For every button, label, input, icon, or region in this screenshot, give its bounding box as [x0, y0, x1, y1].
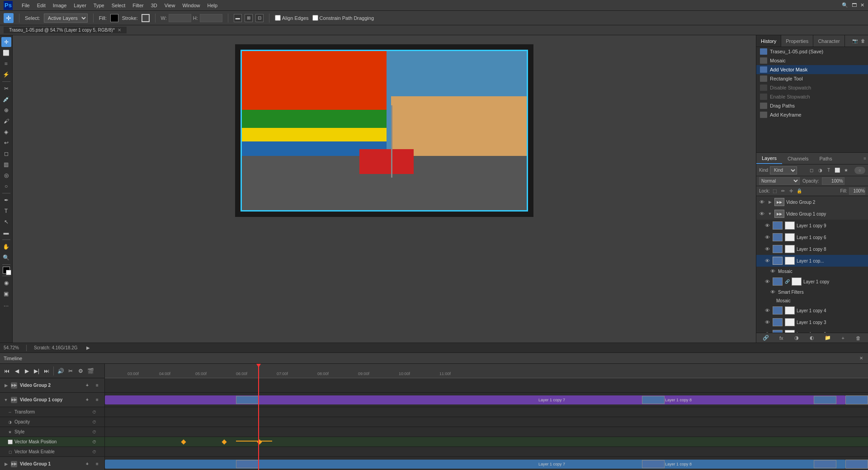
layer-vis-l1c4[interactable]: 👁 [764, 307, 771, 314]
layer-link-btn[interactable]: 🔗 [762, 334, 770, 342]
tool-quick-mask[interactable]: ◉ [1, 278, 11, 288]
kf-vmp-1[interactable] [181, 439, 186, 444]
tool-wand[interactable]: ⚡ [1, 70, 11, 80]
status-arrow-btn[interactable]: ▶ [85, 345, 91, 351]
tool-brush[interactable]: 🖌 [1, 116, 11, 126]
tool-blur[interactable]: ◎ [1, 170, 11, 180]
layer-mask-btn[interactable]: ◑ [793, 334, 801, 342]
layer-adjust-btn[interactable]: ◐ [808, 334, 816, 342]
layer-item-video-group-2[interactable]: 👁 ▶ ▶▶ Video Group 2 [756, 196, 868, 208]
panel-camera-icon[interactable]: 📷 [852, 38, 858, 44]
tl-btn-play[interactable]: ▶ [23, 367, 31, 375]
layer-expand-vg1c[interactable]: ▼ [767, 211, 773, 216]
history-item-3[interactable]: Rectangle Tool [756, 74, 868, 83]
layer-item-l1c6[interactable]: 👁 Layer 1 copy 6 [756, 231, 868, 243]
tool-gradient[interactable]: ▥ [1, 160, 11, 169]
tool-eraser[interactable]: ◻ [1, 149, 11, 159]
layer-item-l1c2[interactable]: 👁 Layer 1 copy 2 [756, 328, 868, 333]
panel-trash-icon[interactable]: 🗑 [860, 38, 866, 44]
track-row-vg1c[interactable]: Layer 1 copy 7 Layer 1 copy 8 [105, 393, 868, 407]
align-right-icon[interactable]: ⊡ [255, 14, 264, 22]
tool-move[interactable]: ✛ [1, 37, 11, 47]
lock-paint-icon[interactable]: ✏ [780, 188, 786, 194]
kf-vmp-2[interactable] [222, 439, 226, 444]
maximize-icon[interactable]: 🗖 [852, 2, 857, 8]
tl-stopwatch-style[interactable]: ⏱ [91, 429, 97, 435]
tool-hand[interactable]: ✋ [1, 242, 11, 252]
layer-vis-sf1[interactable]: 👁 [769, 288, 776, 296]
layer-group-btn[interactable]: 📁 [824, 334, 832, 342]
close-icon[interactable]: ✕ [860, 2, 864, 8]
document-tab[interactable]: Traseu_1-05.psd @ 54.7% (Layer 1 copy 5,… [4, 27, 127, 33]
lock-all-icon[interactable]: 🔒 [796, 188, 802, 194]
layer-fx-btn[interactable]: fx [777, 334, 785, 342]
fill-swatch[interactable] [110, 14, 118, 22]
menu-view[interactable]: View [165, 3, 175, 8]
layer-new-btn[interactable]: + [839, 334, 847, 342]
foreground-swatch[interactable] [3, 267, 10, 274]
filter-pixel-icon[interactable]: ◻ [808, 167, 815, 174]
tool-lasso[interactable]: ⌗ [1, 59, 11, 69]
constrain-checkbox-label[interactable]: Constrain Path Dragging [312, 15, 374, 21]
stroke-swatch[interactable] [142, 14, 150, 22]
tool-stamp[interactable]: ◈ [1, 127, 11, 137]
tl-btn-beginning[interactable]: ⏮ [3, 367, 11, 375]
tool-zoom[interactable]: 🔍 [1, 253, 11, 263]
tl-btn-render[interactable]: 🎬 [86, 367, 94, 375]
tl-options-vg2[interactable]: ≡ [94, 382, 101, 389]
tl-expand-vg1[interactable]: ▶ [4, 462, 8, 466]
layer-item-sf1[interactable]: 👁 Smart Filters [756, 287, 868, 296]
menu-image[interactable]: Image [53, 3, 67, 8]
background-swatch[interactable] [6, 270, 11, 275]
history-item-0[interactable]: Traseu_1-05.psd (Save) [756, 47, 868, 56]
tl-stopwatch-transform[interactable]: ⏱ [91, 409, 97, 415]
tl-add-vg1c[interactable]: + [84, 396, 91, 404]
layer-vis-sel[interactable]: 👁 [764, 257, 771, 264]
layer-vis-l1c3[interactable]: 👁 [764, 319, 771, 326]
layer-vis-l1c6[interactable]: 👁 [764, 234, 771, 241]
select-dropdown[interactable]: Active Layers [44, 14, 88, 23]
align-edges-checkbox[interactable] [275, 15, 281, 21]
tool-dodge[interactable]: ○ [1, 181, 11, 191]
tool-pen[interactable]: ✒ [1, 195, 11, 205]
filter-on-toggle[interactable]: ○ [854, 167, 865, 174]
tl-btn-cut[interactable]: ✂ [66, 367, 75, 375]
tool-more[interactable]: … [1, 300, 11, 310]
tool-screen-mode[interactable]: ▣ [1, 289, 11, 299]
layer-delete-btn[interactable]: 🗑 [854, 334, 863, 342]
layer-vis-vg2[interactable]: 👁 [758, 198, 765, 206]
tool-path-select[interactable]: ↖ [1, 217, 11, 227]
tl-btn-end[interactable]: ⏭ [42, 367, 51, 375]
tl-btn-settings[interactable]: ⚙ [76, 367, 85, 375]
history-item-1[interactable]: Mosaic [756, 56, 868, 65]
tool-type[interactable]: T [1, 206, 11, 216]
track-subrow-transform[interactable] [105, 407, 868, 417]
layer-item-l1c4[interactable]: 👁 Layer 1 copy 4 [756, 305, 868, 316]
document-tab-close[interactable]: ✕ [118, 28, 121, 33]
layer-item-l1c8[interactable]: 👁 Layer 1 copy 8 [756, 243, 868, 255]
filter-shape-icon[interactable]: ⬜ [834, 167, 841, 174]
timeline-track-area[interactable]: 03:00f 04:00f 05:00f 06:00f 07:00f 08:00… [105, 364, 868, 470]
track-subrow-style[interactable] [105, 427, 868, 437]
tab-history[interactable]: History [756, 35, 781, 47]
track-subrow-vmp[interactable] [105, 437, 868, 447]
tool-heal[interactable]: ⊕ [1, 105, 11, 115]
history-item-2[interactable]: Add Vector Mask [756, 65, 868, 74]
layers-tab-paths[interactable]: Paths [814, 153, 838, 164]
layer-vis-l1c8[interactable]: 👁 [764, 245, 771, 253]
layer-expand-vg2[interactable]: ▶ [767, 199, 773, 205]
layer-item-l1copy-a[interactable]: 👁 🔗 Layer 1 copy [756, 276, 868, 287]
layer-item-l1c3[interactable]: 👁 Layer 1 copy 3 [756, 316, 868, 328]
track-bar-vg1c-main[interactable]: Layer 1 copy 7 Layer 1 copy 8 [105, 395, 845, 404]
layer-item-mosaic2[interactable]: Mosaic [756, 296, 868, 305]
tool-select-rect[interactable]: ⬜ [1, 48, 11, 58]
tl-stopwatch-opacity[interactable]: ⏱ [91, 419, 97, 425]
layers-tab-layers[interactable]: Layers [756, 153, 782, 164]
layer-vis-vg1c[interactable]: 👁 [758, 210, 765, 217]
menu-type[interactable]: Type [94, 3, 104, 8]
timeline-close-btn[interactable]: ✕ [858, 355, 864, 362]
menu-file[interactable]: File [22, 3, 30, 8]
constrain-checkbox[interactable] [312, 15, 318, 21]
tl-add-vg2[interactable]: + [84, 382, 91, 389]
menu-help[interactable]: Help [208, 3, 218, 8]
